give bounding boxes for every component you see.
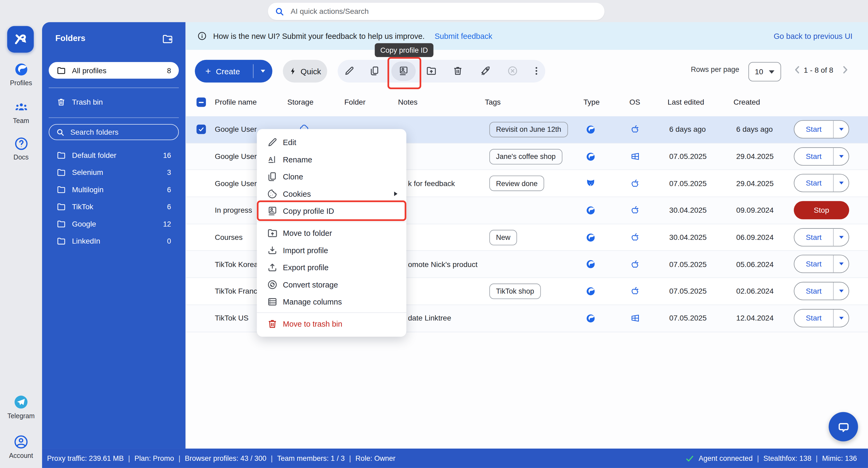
previous-ui-link[interactable]: Go back to previous UI — [774, 32, 852, 40]
column-header[interactable]: Tags — [485, 98, 500, 106]
caret-down-icon[interactable] — [834, 229, 848, 246]
column-header[interactable]: Storage — [287, 98, 313, 106]
pagination-range: 1 - 8 of 8 — [804, 66, 833, 74]
menu-item-manage-columns[interactable]: Manage columns — [257, 293, 406, 310]
support-chat-button[interactable] — [829, 412, 858, 441]
profile-name[interactable]: Google User — [215, 170, 257, 197]
menu-item-rename[interactable]: A Rename — [257, 151, 406, 168]
folder-item[interactable]: Multilogin 6 — [49, 181, 179, 197]
menu-item-cookies[interactable]: Cookies — [257, 185, 406, 202]
folder-item[interactable]: Default folder 16 — [49, 147, 179, 163]
menu-item-clone[interactable]: Clone — [257, 168, 406, 185]
caret-down-icon[interactable] — [834, 309, 848, 326]
column-header[interactable]: Folder — [344, 98, 366, 106]
last-edited: 30.04.2025 — [669, 224, 707, 251]
menu-item-edit[interactable]: Edit — [257, 134, 406, 150]
folder-icon — [56, 150, 66, 160]
rocket-icon[interactable] — [480, 65, 491, 77]
folder-trash-bin[interactable]: Trash bin — [49, 94, 179, 110]
edit-icon[interactable] — [344, 65, 355, 77]
rows-per-page-select[interactable]: 10 — [748, 62, 781, 82]
menu-label: Move to folder — [283, 228, 332, 237]
page-next-icon[interactable] — [840, 64, 850, 75]
sidebar-item-docs[interactable]: Docs — [0, 136, 42, 161]
start-button[interactable]: Start — [794, 282, 849, 300]
menu-item-convert-storage[interactable]: Convert storage — [257, 276, 406, 293]
plus-icon: + — [206, 66, 211, 77]
move-to-folder-icon[interactable] — [426, 65, 437, 77]
caret-down-icon[interactable] — [834, 121, 848, 138]
multilogin-logo[interactable] — [7, 26, 34, 53]
sidebar-item-account[interactable]: Account — [0, 434, 42, 460]
start-button[interactable]: Start — [794, 309, 849, 327]
folder-all-profiles[interactable]: All profiles 8 — [49, 62, 179, 79]
menu-item-export-profile[interactable]: Export profile — [257, 259, 406, 276]
page-previous-icon[interactable] — [793, 64, 802, 75]
global-search[interactable] — [268, 3, 604, 20]
sidebar-item-telegram[interactable]: Telegram — [0, 394, 42, 420]
quick-button[interactable]: Quick — [283, 60, 327, 83]
create-dropdown[interactable] — [254, 70, 273, 72]
folder-search-input[interactable] — [69, 127, 160, 137]
status-team-members: Team members: 1 / 3 — [277, 454, 345, 462]
folder-count: 3 — [167, 168, 171, 176]
sidebar-item-profiles[interactable]: Profiles — [0, 62, 42, 87]
menu-item-move-to-folder[interactable]: Move to folder — [257, 225, 406, 241]
column-header[interactable]: Last edited — [668, 98, 704, 106]
folder-label: Trash bin — [72, 98, 103, 106]
tag-pill[interactable]: TikTok shop — [489, 278, 541, 304]
start-button[interactable]: Start — [794, 255, 849, 273]
menu-item-move-to-trash[interactable]: Move to trash bin — [257, 315, 406, 332]
column-header[interactable]: Created — [733, 98, 760, 106]
stop-button[interactable]: Stop — [794, 201, 849, 220]
caret-down-icon[interactable] — [834, 283, 848, 299]
profile-name[interactable]: TikTok US — [215, 305, 249, 331]
folder-item[interactable]: LinkedIn 0 — [49, 233, 179, 248]
start-button[interactable]: Start — [794, 228, 849, 246]
folder-search[interactable] — [49, 124, 179, 140]
profile-name[interactable]: Courses — [215, 224, 243, 251]
row-checkbox[interactable] — [197, 116, 206, 143]
macos-icon — [630, 116, 641, 143]
column-header[interactable]: Profile name — [215, 98, 257, 106]
tag-pill[interactable]: New — [489, 224, 517, 251]
tag-pill[interactable]: Revisit on June 12th — [489, 116, 568, 143]
column-header[interactable]: Type — [584, 98, 600, 106]
sidebar-item-team[interactable]: Team — [0, 99, 42, 125]
start-button[interactable]: Start — [794, 174, 849, 193]
profile-name[interactable]: TikTok France — [215, 278, 261, 304]
menu-label: Import profile — [283, 246, 328, 255]
submit-feedback-link[interactable]: Submit feedback — [435, 32, 492, 40]
profile-name[interactable]: In progress — [215, 197, 252, 224]
start-button[interactable]: Start — [794, 147, 849, 166]
search-input[interactable] — [289, 7, 598, 16]
profile-name[interactable]: Google User — [215, 116, 257, 143]
folder-item[interactable]: TikTok 6 — [49, 199, 179, 214]
folder-item[interactable]: Google 12 — [49, 216, 179, 231]
column-header[interactable]: OS — [629, 98, 640, 106]
menu-item-copy-profile-id[interactable]: Copy profile ID — [259, 202, 405, 219]
caret-down-icon[interactable] — [834, 175, 848, 192]
caret-down-icon[interactable] — [834, 256, 848, 272]
profile-name[interactable]: Google User — [215, 143, 257, 170]
add-folder-icon[interactable] — [161, 33, 173, 45]
sidebar-label: Telegram — [0, 412, 42, 420]
tag-pill[interactable]: Review done — [489, 170, 544, 197]
profile-name[interactable]: TikTok Korea — [215, 251, 258, 277]
start-button[interactable]: Start — [794, 120, 849, 139]
menu-item-import-profile[interactable]: Import profile — [257, 241, 406, 259]
folder-item[interactable]: Selenium 3 — [49, 165, 179, 180]
trash-icon[interactable] — [452, 65, 464, 77]
folder-label: TikTok — [72, 202, 93, 211]
menu-label: Move to trash bin — [283, 319, 342, 328]
column-header[interactable]: Notes — [398, 98, 417, 106]
folder-icon — [56, 202, 66, 211]
tag-pill[interactable]: Jane's coffee shop — [489, 143, 562, 170]
kebab-menu-icon[interactable] — [531, 65, 542, 77]
caret-down-icon[interactable] — [834, 148, 848, 165]
clone-icon[interactable] — [369, 65, 380, 77]
create-button[interactable]: + Create — [195, 60, 272, 83]
select-all-checkbox[interactable] — [197, 97, 206, 107]
search-icon — [56, 128, 65, 137]
submenu-arrow-icon — [394, 192, 397, 196]
